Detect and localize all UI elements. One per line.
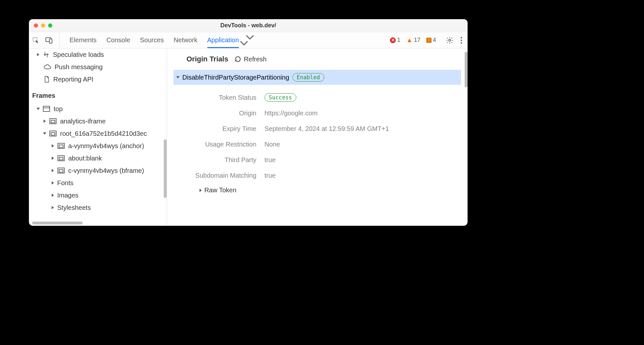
svg-rect-2: [49, 39, 52, 43]
tab-elements[interactable]: Elements: [70, 32, 97, 48]
frame-fonts[interactable]: Fonts: [29, 177, 167, 189]
tab-sources[interactable]: Sources: [140, 32, 164, 48]
settings-icon[interactable]: [446, 36, 454, 44]
chevron-down-icon: [37, 108, 40, 110]
more-tabs-icon[interactable]: [245, 34, 254, 46]
svg-point-3: [449, 39, 451, 41]
sidebar-item-label: Reporting API: [53, 76, 93, 83]
window-title: DevTools - web.dev/: [220, 22, 276, 29]
frame-label: c-vynmy4vb4wys (bframe): [68, 167, 144, 174]
frame-label: a-vynmy4vb4wys (anchor): [68, 142, 144, 150]
sidebar-h-scrollbar[interactable]: [32, 222, 83, 224]
sidebar-item-speculative-loads[interactable]: Speculative loads: [29, 48, 167, 61]
detail-value-badge: Success: [264, 93, 296, 102]
toolbar-left-icons: [32, 32, 60, 48]
device-toolbar-icon[interactable]: [45, 37, 53, 44]
warning-icon: ▲: [406, 36, 413, 44]
detail-value: true: [264, 172, 276, 179]
svg-rect-12: [51, 133, 55, 135]
svg-rect-7: [43, 106, 50, 111]
sidebar-scrollbar[interactable]: [164, 139, 167, 198]
info-count-value: 4: [433, 37, 436, 44]
detail-origin: Origin https://google.com: [174, 105, 461, 121]
inspect-element-icon[interactable]: [32, 37, 39, 44]
chevron-right-icon: [200, 189, 202, 192]
iframe-icon: [57, 167, 65, 174]
frame-about-blank[interactable]: about:blank: [29, 152, 167, 164]
toolbar: Elements Console Sources Network Applica…: [29, 32, 468, 48]
zoom-window-button[interactable]: [48, 23, 52, 28]
frame-top[interactable]: top: [29, 103, 167, 115]
chevron-right-icon: [52, 206, 54, 209]
close-window-button[interactable]: [34, 23, 38, 28]
detail-subdomain-matching: Subdomain Matching true: [174, 168, 461, 183]
trial-status-badge: Enabled: [292, 73, 324, 82]
chevron-right-icon: [52, 169, 54, 172]
content-pane: Origin Trials Refresh DisableThirdPartyS…: [167, 48, 468, 226]
frame-anchor[interactable]: a-vynmy4vb4wys (anchor): [29, 140, 167, 152]
detail-value: September 4, 2024 at 12:59:59 AM GMT+1: [264, 125, 389, 133]
raw-token-label: Raw Token: [204, 186, 237, 194]
content-header: Origin Trials Refresh: [167, 55, 468, 70]
detail-third-party: Third Party true: [174, 152, 461, 168]
svg-rect-10: [51, 120, 55, 123]
kebab-menu-icon[interactable]: [460, 37, 463, 44]
body: Speculative loads Push messaging Reporti…: [29, 48, 468, 226]
warning-count[interactable]: ▲ 17: [406, 36, 420, 44]
cloud-icon: [44, 64, 51, 70]
frame-stylesheets[interactable]: Stylesheets: [29, 201, 167, 214]
content-scrollbar[interactable]: [465, 52, 468, 87]
detail-value: https://google.com: [264, 109, 317, 117]
svg-rect-14: [59, 145, 63, 147]
chevron-right-icon: [44, 120, 46, 123]
frame-bframe[interactable]: c-vynmy4vb4wys (bframe): [29, 164, 167, 177]
frame-label: analytics-iframe: [60, 118, 106, 125]
tab-network[interactable]: Network: [174, 32, 197, 48]
traffic-lights: [34, 23, 52, 28]
chevron-right-icon: [52, 144, 54, 147]
detail-expiry: Expiry Time September 4, 2024 at 12:59:5…: [174, 121, 461, 136]
trial-header[interactable]: DisableThirdPartyStoragePartitioning Ena…: [174, 70, 461, 85]
detail-label: Usage Restriction: [174, 141, 256, 148]
sidebar-item-push-messaging[interactable]: Push messaging: [29, 61, 167, 73]
iframe-icon: [57, 143, 65, 149]
refresh-button[interactable]: Refresh: [235, 56, 266, 63]
frame-root[interactable]: root_616a752e1b5d4210d3ec: [29, 127, 167, 140]
tab-console[interactable]: Console: [106, 32, 130, 48]
detail-label: Expiry Time: [174, 125, 256, 133]
detail-usage-restriction: Usage Restriction None: [174, 136, 461, 152]
tab-application[interactable]: Application: [207, 32, 239, 48]
toolbar-right: ✕ 1 ▲ 17 ! 4: [390, 36, 464, 44]
content-title: Origin Trials: [187, 55, 228, 63]
chevron-down-icon: [43, 133, 46, 135]
info-count[interactable]: ! 4: [426, 37, 436, 44]
frame-label: Images: [57, 192, 79, 199]
frame-label: top: [54, 105, 63, 113]
frame-images[interactable]: Images: [29, 189, 167, 201]
detail-token-status: Token Status Success: [174, 90, 461, 105]
sidebar-item-label: Push messaging: [55, 63, 103, 71]
sidebar-item-reporting-api[interactable]: Reporting API: [29, 73, 167, 85]
frames-section-title: Frames: [29, 85, 167, 103]
window-icon: [43, 106, 50, 112]
frame-label: Fonts: [57, 179, 73, 187]
iframe-icon: [49, 118, 57, 124]
error-icon: ✕: [390, 37, 396, 43]
raw-token-toggle[interactable]: Raw Token: [167, 186, 468, 194]
error-count[interactable]: ✕ 1: [390, 37, 400, 44]
trial-details: Token Status Success Origin https://goog…: [167, 90, 468, 183]
iframe-icon: [49, 130, 57, 137]
minimize-window-button[interactable]: [41, 23, 45, 28]
sidebar-item-label: Speculative loads: [53, 51, 104, 58]
svg-point-4: [461, 37, 462, 38]
detail-label: Origin: [174, 109, 256, 117]
trial-name: DisableThirdPartyStoragePartitioning: [182, 74, 289, 81]
frame-analytics-iframe[interactable]: analytics-iframe: [29, 115, 167, 127]
detail-value: true: [264, 156, 276, 164]
chevron-right-icon: [52, 194, 54, 197]
titlebar: DevTools - web.dev/: [29, 19, 468, 32]
devtools-window: DevTools - web.dev/ Elements Console Sou…: [29, 19, 468, 226]
sidebar-tree: Speculative loads Push messaging Reporti…: [29, 48, 167, 214]
chevron-down-icon: [176, 76, 180, 79]
svg-rect-16: [59, 157, 63, 160]
